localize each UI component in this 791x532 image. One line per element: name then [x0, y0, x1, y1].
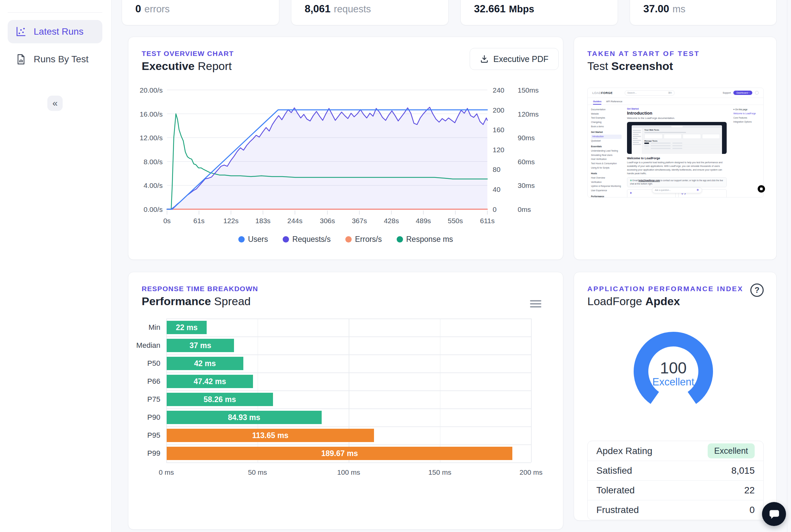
stat-value: 37.00 [643, 3, 669, 15]
y-axis-tick: 20.00/s [128, 86, 163, 95]
help-icon[interactable]: ? [750, 284, 764, 297]
thumb-section-heading: Welcome to LoadForge [627, 156, 726, 160]
thumb-toc-link: Integration Options [733, 120, 761, 124]
rating-badge: Excellent [708, 443, 755, 458]
legend-dot [345, 236, 352, 243]
y-axis-tick: 4.00/s [128, 181, 163, 190]
bar-value-label: 22 ms [176, 323, 198, 332]
table-row: Frustrated 0 [588, 500, 764, 520]
sidebar-item-latest-runs[interactable]: Latest Runs [8, 20, 102, 43]
card-title: Test Screenshot [587, 60, 673, 73]
x-axis-tick: 367s [346, 216, 373, 226]
row-gridline [166, 391, 531, 391]
thumb-toc-link: Welcome to LoadForge [733, 112, 761, 116]
thumb-breadcrumb: Get Started [627, 108, 726, 110]
row-gridline [166, 337, 531, 337]
bar-category-label: P95 [128, 431, 160, 440]
stat-card-response-time: 37.00ms [630, 0, 777, 25]
thumb-nav-section: Essentials [591, 145, 622, 149]
bar-category-label: Median [128, 341, 160, 350]
row-gridline [166, 373, 531, 373]
chat-widget-button[interactable] [762, 502, 786, 526]
thumb-logo: LOADFORGE [592, 91, 613, 95]
thumb-nav-section: Hosts [591, 172, 622, 176]
apdex-score: 100 [630, 359, 717, 377]
ms-axis-tick: 30ms [518, 181, 535, 190]
thumb-nav-item: Documentation [591, 108, 622, 112]
test-screenshot-card: TAKEN AT START OF TEST Test Screenshot L… [574, 37, 777, 260]
chart-menu-icon[interactable] [530, 300, 541, 309]
thumb-tab: API Reference [606, 100, 622, 103]
ms-axis-tick: 150ms [518, 86, 539, 95]
x-axis-tick: 122s [218, 216, 244, 226]
executive-pdf-button[interactable]: Executive PDF [470, 48, 559, 70]
stat-value: 8,061 [305, 3, 331, 15]
ms-axis-tick: 120ms [518, 110, 539, 119]
row-gridline [166, 319, 531, 319]
x-axis-tick: 0 ms [151, 468, 181, 477]
bar-p75: 58.26 ms [167, 393, 273, 406]
legend-item-users[interactable]: Users [238, 235, 268, 244]
sidebar-item-label: Latest Runs [34, 26, 83, 37]
executive-pdf-label: Executive PDF [493, 54, 548, 64]
sidebar-collapse-button[interactable]: « [47, 96, 63, 111]
thumb-nav-section: Performance [591, 194, 622, 197]
bar-value-label: 189.67 ms [321, 449, 358, 458]
download-icon [480, 55, 489, 63]
x-axis-tick: 150 ms [425, 468, 455, 477]
thumb-nav-item: Quickstart [591, 139, 622, 143]
sidebar-item-runs-by-test[interactable]: Runs By Test [8, 48, 102, 71]
legend-item-requests-s[interactable]: Requests/s [283, 235, 331, 244]
thumb-nav-item: Understanding Load Testing [591, 149, 622, 153]
thumb-nav-item: Simulating Real Users [591, 153, 622, 157]
ms-axis-tick: 0ms [518, 205, 531, 214]
card-eyebrow: TAKEN AT START OF TEST [587, 50, 700, 58]
users-axis-tick: 240 [493, 86, 504, 95]
stat-unit: ms [673, 4, 686, 14]
chat-bubble-icon [767, 507, 781, 521]
card-title: Executive Report [142, 60, 232, 73]
bar-value-label: 113.65 ms [252, 431, 288, 440]
x-axis-tick: 100 ms [334, 468, 364, 477]
users-axis-tick: 40 [493, 185, 500, 194]
legend-dot [397, 236, 403, 243]
x-axis-tick: 0s [154, 216, 180, 226]
row-gridline [166, 462, 531, 463]
document-chart-icon [15, 54, 26, 65]
x-gridline [531, 319, 532, 462]
x-axis-tick: 61s [186, 216, 212, 226]
card-title: LoadForge Apdex [587, 295, 680, 308]
thumb-nav-item: Verification [591, 180, 622, 185]
legend-item-errors-s[interactable]: Errors/s [345, 235, 382, 244]
card-eyebrow: TEST OVERVIEW CHART [142, 50, 234, 58]
x-axis-tick: 50 ms [243, 468, 273, 477]
y-axis-tick: 16.00/s [128, 110, 163, 119]
thumb-ask-input: Ask a question...✻ [652, 187, 702, 193]
legend-item-response-ms[interactable]: Response ms [397, 235, 453, 244]
scatter-chart-icon [15, 26, 26, 37]
stat-unit: requests [334, 4, 371, 14]
bar-category-label: Min [128, 323, 160, 332]
card-eyebrow: RESPONSE TIME BREAKDOWN [142, 285, 258, 293]
thumb-hero-image: Your Web Tests Manage Tests [627, 122, 726, 154]
bar-value-label: 42 ms [194, 359, 216, 368]
thumb-nav-item: Test Examples [591, 116, 622, 120]
x-axis-tick: 428s [378, 216, 405, 226]
row-gridline [166, 355, 531, 355]
thumb-nav-item: Using AI for Scripts [591, 166, 622, 170]
thumb-nav-item: Website [591, 112, 622, 116]
performance-spread-card: RESPONSE TIME BREAKDOWN Performance Spre… [128, 272, 563, 530]
bar-min: 22 ms [167, 321, 207, 334]
overview-line-chart [167, 90, 488, 215]
bar-category-label: P99 [128, 449, 160, 458]
thumb-intro: Welcome to the LoadForge documentation. [627, 117, 726, 119]
click-marker-dot [758, 185, 765, 193]
y-axis-tick: 12.00/s [128, 133, 163, 142]
thumb-nav-item: Host Verification [591, 157, 622, 162]
legend-dot [283, 236, 289, 243]
x-axis-tick: 183s [250, 216, 276, 226]
x-axis-tick: 489s [410, 216, 437, 226]
bar-p99: 189.67 ms [167, 447, 512, 460]
x-axis-tick: 611s [474, 216, 501, 226]
users-axis-tick: 200 [493, 106, 504, 115]
